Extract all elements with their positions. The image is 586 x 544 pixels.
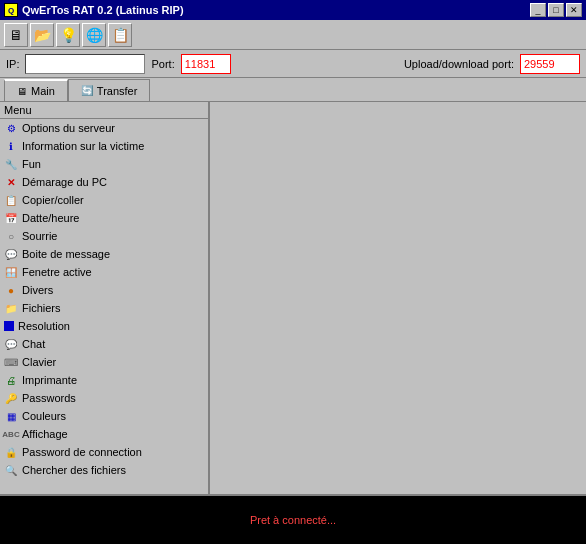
fun-icon: 🔧 <box>4 157 18 171</box>
tab-transfer[interactable]: 🔄 Transfer <box>68 79 151 101</box>
copypaste-label: Copier/coller <box>22 194 84 206</box>
chat-label: Chat <box>22 338 45 350</box>
display-label: Affichage <box>22 428 68 440</box>
globe-icon: 🌐 <box>86 27 103 43</box>
divers-icon: ● <box>4 283 18 297</box>
menu-item-display[interactable]: ABC Affichage <box>0 425 208 443</box>
toolbar-file-button[interactable]: 📋 <box>108 23 132 47</box>
mouse-icon: ○ <box>4 229 18 243</box>
maximize-button[interactable]: □ <box>548 3 564 17</box>
mouse-label: Sourrie <box>22 230 57 242</box>
copypaste-icon: 📋 <box>4 193 18 207</box>
search-icon: 🔍 <box>4 463 18 477</box>
transfer-tab-icon: 🔄 <box>81 85 93 96</box>
colors-icon: ▦ <box>4 409 18 423</box>
datetime-icon: 📅 <box>4 211 18 225</box>
menu-item-copypaste[interactable]: 📋 Copier/coller <box>0 191 208 209</box>
chat-icon: 💬 <box>4 337 18 351</box>
menu-item-datetime[interactable]: 📅 Datte/heure <box>0 209 208 227</box>
tab-transfer-label: Transfer <box>97 85 138 97</box>
divers-label: Divers <box>22 284 53 296</box>
close-button[interactable]: ✕ <box>566 3 582 17</box>
menu-item-files[interactable]: 📁 Fichiers <box>0 299 208 317</box>
menu-item-connpass[interactable]: 🔒 Password de connection <box>0 443 208 461</box>
msgbox-label: Boite de message <box>22 248 110 260</box>
printer-label: Imprimante <box>22 374 77 386</box>
toolbar-new-button[interactable]: 🖥 <box>4 23 28 47</box>
menu-item-server-options[interactable]: ⚙ Options du serveur <box>0 119 208 137</box>
victim-info-label: Information sur la victime <box>22 140 144 152</box>
menu-item-search[interactable]: 🔍 Chercher des fichiers <box>0 461 208 479</box>
app-icon: Q <box>4 3 18 17</box>
startup-label: Démarage du PC <box>22 176 107 188</box>
toolbar: 🖥 📂 💡 🌐 📋 <box>0 20 586 50</box>
menu-item-fun[interactable]: 🔧 Fun <box>0 155 208 173</box>
victim-info-icon: ℹ <box>4 139 18 153</box>
minimize-button[interactable]: _ <box>530 3 546 17</box>
main-content: 🖥 Main 🔄 Transfer Menu ⚙ Options du serv… <box>0 78 586 544</box>
menu-item-activewin[interactable]: 🪟 Fenetre active <box>0 263 208 281</box>
files-label: Fichiers <box>22 302 61 314</box>
monitor-icon: 🖥 <box>9 27 23 43</box>
port-input[interactable] <box>181 54 231 74</box>
upload-port-input[interactable] <box>520 54 580 74</box>
datetime-label: Datte/heure <box>22 212 79 224</box>
menu-item-printer[interactable]: 🖨 Imprimante <box>0 371 208 389</box>
fun-label: Fun <box>22 158 41 170</box>
right-panel <box>210 102 586 494</box>
msgbox-icon: 💬 <box>4 247 18 261</box>
keyboard-label: Clavier <box>22 356 56 368</box>
server-options-label: Options du serveur <box>22 122 115 134</box>
toolbar-open-button[interactable]: 📂 <box>30 23 54 47</box>
menu-item-victim-info[interactable]: ℹ Information sur la victime <box>0 137 208 155</box>
menu-item-mouse[interactable]: ○ Sourrie <box>0 227 208 245</box>
passwords-label: Passwords <box>22 392 76 404</box>
window-controls: _ □ ✕ <box>530 3 582 17</box>
activewin-icon: 🪟 <box>4 265 18 279</box>
keyboard-icon: ⌨ <box>4 355 18 369</box>
menu-item-chat[interactable]: 💬 Chat <box>0 335 208 353</box>
resolution-label: Resolution <box>18 320 70 332</box>
display-icon: ABC <box>4 427 18 441</box>
menu-item-keyboard[interactable]: ⌨ Clavier <box>0 353 208 371</box>
bulb-icon: 💡 <box>60 27 77 43</box>
menu-item-passwords[interactable]: 🔑 Passwords <box>0 389 208 407</box>
toolbar-globe-button[interactable]: 🌐 <box>82 23 106 47</box>
status-bar: Pret à connecté... <box>0 494 586 544</box>
tab-main-label: Main <box>31 85 55 97</box>
content-area <box>210 102 586 494</box>
connpass-icon: 🔒 <box>4 445 18 459</box>
upload-label: Upload/download port: <box>404 58 514 70</box>
toolbar-bulb-button[interactable]: 💡 <box>56 23 80 47</box>
status-text: Pret à connecté... <box>250 514 336 526</box>
server-options-icon: ⚙ <box>4 121 18 135</box>
title-bar: Q QwErTos RAT 0.2 (Latinus RIP) _ □ ✕ <box>0 0 586 20</box>
address-bar: IP: Port: Upload/download port: <box>0 50 586 78</box>
tab-bar: 🖥 Main 🔄 Transfer <box>0 78 586 102</box>
menu-header: Menu <box>0 102 208 119</box>
menu-item-divers[interactable]: ● Divers <box>0 281 208 299</box>
port-label: Port: <box>151 58 174 70</box>
menu-item-colors[interactable]: ▦ Couleurs <box>0 407 208 425</box>
activewin-label: Fenetre active <box>22 266 92 278</box>
folder-icon: 📂 <box>34 27 51 43</box>
monitor-tab-icon: 🖥 <box>17 86 27 97</box>
window-title: QwErTos RAT 0.2 (Latinus RIP) <box>22 4 184 16</box>
menu-panel: Menu ⚙ Options du serveur ℹ Information … <box>0 102 210 494</box>
startup-icon: ✕ <box>4 175 18 189</box>
ip-input[interactable] <box>25 54 145 74</box>
printer-icon: 🖨 <box>4 373 18 387</box>
resolution-icon <box>4 321 14 331</box>
split-pane: Menu ⚙ Options du serveur ℹ Information … <box>0 102 586 494</box>
files-icon: 📁 <box>4 301 18 315</box>
tab-main[interactable]: 🖥 Main <box>4 79 68 101</box>
file-icon: 📋 <box>112 27 129 43</box>
passwords-icon: 🔑 <box>4 391 18 405</box>
ip-label: IP: <box>6 58 19 70</box>
menu-item-startup[interactable]: ✕ Démarage du PC <box>0 173 208 191</box>
colors-label: Couleurs <box>22 410 66 422</box>
menu-item-resolution[interactable]: Resolution <box>0 317 208 335</box>
connpass-label: Password de connection <box>22 446 142 458</box>
search-label: Chercher des fichiers <box>22 464 126 476</box>
menu-item-msgbox[interactable]: 💬 Boite de message <box>0 245 208 263</box>
